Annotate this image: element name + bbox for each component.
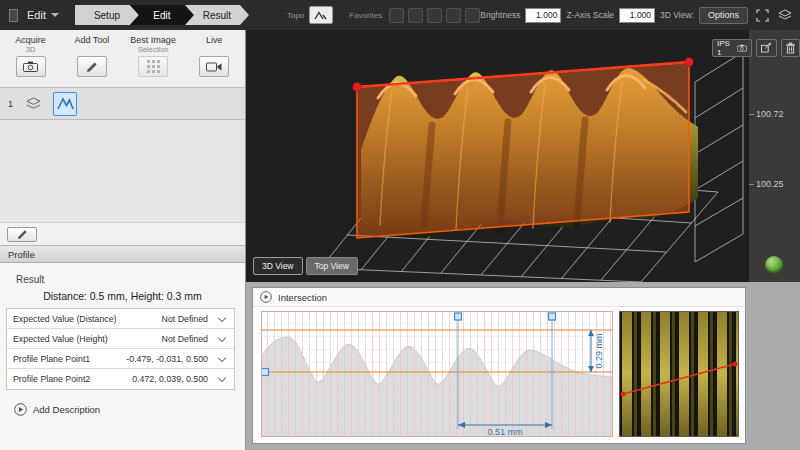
live-label: Live bbox=[206, 35, 223, 45]
mode-tabs: Setup Edit Result bbox=[75, 5, 249, 25]
topo-group: Topo bbox=[287, 6, 333, 24]
profile-plane[interactable] bbox=[357, 62, 689, 238]
cursor-handle[interactable] bbox=[549, 313, 556, 320]
row-label: Expected Value (Distance) bbox=[13, 314, 117, 324]
z-axis-scale-label: Z-Axis Scale bbox=[566, 10, 614, 20]
tab-setup[interactable]: Setup bbox=[75, 5, 139, 25]
scale-tick bbox=[749, 184, 754, 185]
app-icon bbox=[9, 9, 18, 22]
add-tool-button[interactable] bbox=[77, 56, 107, 77]
tool-list-area bbox=[0, 120, 245, 222]
layers-icon bbox=[778, 9, 792, 21]
3d-view-button[interactable]: 3D View bbox=[253, 257, 303, 275]
profile-endpoint-dot bbox=[621, 392, 626, 397]
3d-canvas[interactable] bbox=[246, 30, 748, 282]
edit-row bbox=[0, 222, 245, 246]
ips-button-label: IPS 1 bbox=[717, 39, 734, 57]
add-description-label: Add Description bbox=[33, 404, 100, 415]
row-value: -0.479, -0.031, 0.500 bbox=[126, 354, 208, 364]
tab-result[interactable]: Result bbox=[185, 5, 249, 25]
layer-stack-button[interactable] bbox=[21, 92, 45, 116]
z-axis-scale-input[interactable]: 1.000 bbox=[619, 8, 655, 23]
profile-tool-button[interactable] bbox=[53, 92, 77, 116]
profile-endpoint-handle[interactable] bbox=[685, 58, 694, 67]
result-summary: Distance: 0.5 mm, Height: 0.3 mm bbox=[0, 290, 245, 302]
acquire-label: Acquire bbox=[15, 35, 46, 45]
ips-capture-button[interactable]: IPS 1 bbox=[712, 39, 752, 57]
best-image-sub-label: Selection bbox=[138, 45, 169, 54]
favorites-group: Favorites bbox=[349, 8, 480, 23]
chevron-down-icon[interactable] bbox=[218, 314, 226, 322]
row-value: 0.472, 0.039, 0.500 bbox=[132, 374, 208, 384]
edit-menu-label: Edit bbox=[27, 9, 46, 21]
topo-toggle-button[interactable] bbox=[309, 6, 333, 24]
layer-index: 1 bbox=[8, 99, 13, 109]
table-row[interactable]: Profile Plane Point2 0.472, 0.039, 0.500 bbox=[7, 369, 234, 389]
3d-viewport: 3D View Top View bbox=[246, 30, 748, 282]
top-view-button[interactable]: Top View bbox=[306, 257, 358, 275]
3d-view-options-button[interactable]: Options bbox=[699, 7, 748, 24]
result-label: Result bbox=[16, 274, 44, 285]
acquire-toolbar: Acquire 3D Add Tool Best Image Selection bbox=[0, 30, 245, 88]
fullscreen-button[interactable] bbox=[753, 6, 771, 24]
favorite-slot-button[interactable] bbox=[427, 8, 442, 23]
favorite-slot-button[interactable] bbox=[389, 8, 404, 23]
best-image-selection-button[interactable] bbox=[138, 56, 168, 77]
profile-title: Profile bbox=[8, 249, 35, 260]
scale-tick bbox=[749, 114, 754, 115]
fullscreen-icon bbox=[756, 9, 769, 22]
trash-icon bbox=[786, 42, 795, 54]
3d-view-label: 3D View: bbox=[660, 10, 694, 20]
profile-graph[interactable]: 0.51 mm 0.29 mm bbox=[261, 311, 613, 437]
options-button-label: Options bbox=[708, 10, 739, 20]
profile-wave-icon bbox=[57, 97, 74, 110]
row-label: Expected Value (Height) bbox=[13, 334, 108, 344]
orientation-ball[interactable] bbox=[765, 256, 783, 274]
intersection-title: Intersection bbox=[278, 292, 327, 303]
tool-acquire: Acquire 3D bbox=[0, 30, 61, 87]
edit-profile-button[interactable] bbox=[7, 227, 37, 242]
favorite-slot-button[interactable] bbox=[465, 8, 480, 23]
brightness-input[interactable]: 1.000 bbox=[525, 8, 561, 23]
layers-button[interactable] bbox=[776, 6, 794, 24]
row-value: Not Defined bbox=[162, 314, 208, 324]
delete-button[interactable] bbox=[781, 39, 800, 57]
layers-icon bbox=[26, 97, 41, 110]
live-button[interactable] bbox=[199, 56, 229, 77]
camera-icon bbox=[737, 44, 747, 52]
export-button[interactable] bbox=[756, 39, 777, 57]
chevron-down-icon[interactable] bbox=[218, 354, 226, 362]
profile-section-header: Profile bbox=[0, 246, 245, 263]
tab-edit[interactable]: Edit bbox=[130, 5, 194, 25]
favorite-slot-button[interactable] bbox=[408, 8, 423, 23]
acquire-3d-button[interactable] bbox=[16, 56, 46, 77]
top-toolbar: Edit Setup Edit Result Topo Favorites Br… bbox=[0, 0, 800, 30]
table-row[interactable]: Profile Plane Point1 -0.479, -0.031, 0.5… bbox=[7, 349, 234, 369]
add-description-button[interactable]: Add Description bbox=[14, 403, 100, 416]
favorite-slot-button[interactable] bbox=[446, 8, 461, 23]
bottom-area: Intersection bbox=[246, 282, 800, 450]
cursor-handle[interactable] bbox=[455, 313, 462, 320]
reference-handle[interactable] bbox=[262, 369, 269, 376]
scale-value: 100.72 bbox=[756, 109, 784, 119]
chevron-down-icon[interactable] bbox=[218, 374, 226, 382]
edit-menu[interactable]: Edit bbox=[27, 9, 59, 21]
chevron-down-icon[interactable] bbox=[218, 334, 226, 342]
row-label: Profile Plane Point2 bbox=[13, 374, 90, 384]
camera-icon bbox=[23, 61, 38, 72]
profile-result-panel: Result Distance: 0.5 mm, Height: 0.3 mm … bbox=[0, 263, 245, 450]
grid-icon bbox=[147, 60, 160, 73]
profile-endpoint-handle[interactable] bbox=[353, 83, 362, 92]
camera-preview bbox=[619, 311, 739, 437]
z-scale-strip: 100.72 100.25 bbox=[748, 30, 800, 282]
table-row[interactable]: Expected Value (Distance) Not Defined bbox=[7, 309, 234, 329]
circled-expand-icon[interactable] bbox=[260, 291, 272, 303]
tool-best-image: Best Image Selection bbox=[123, 30, 184, 87]
chevron-down-icon bbox=[51, 13, 59, 17]
topo-label: Topo bbox=[287, 11, 304, 20]
view-controls: Brightness 1.000 Z-Axis Scale 1.000 3D V… bbox=[480, 6, 794, 24]
row-label: Profile Plane Point1 bbox=[13, 354, 90, 364]
viewport-actions: IPS 1 bbox=[712, 39, 800, 57]
table-row[interactable]: Expected Value (Height) Not Defined bbox=[7, 329, 234, 349]
row-value: Not Defined bbox=[162, 334, 208, 344]
